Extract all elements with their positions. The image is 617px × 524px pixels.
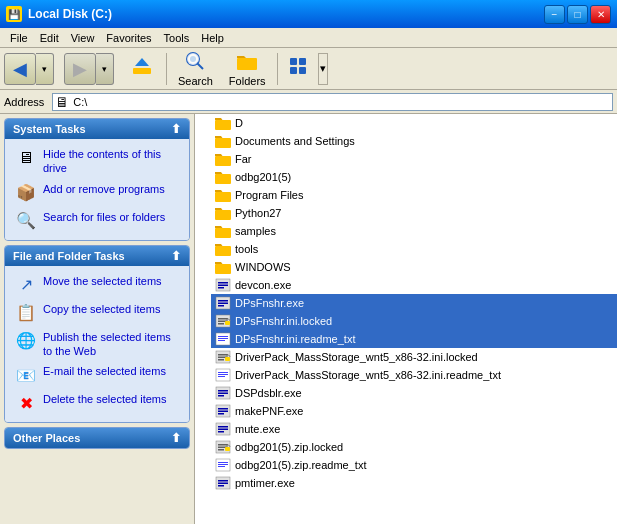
folder-icon [215,259,231,275]
back-button[interactable]: ◀ [4,53,36,85]
svg-marker-1 [135,58,149,66]
back-dropdown[interactable]: ▾ [36,53,54,85]
menu-tools[interactable]: Tools [158,30,196,46]
left-panel: System Tasks ⬆ 🖥 Hide the contents of th… [0,114,195,524]
folder-tasks-title: File and Folder Tasks [13,250,125,262]
folder-tasks-header[interactable]: File and Folder Tasks ⬆ [5,246,189,266]
menu-edit[interactable]: Edit [34,30,65,46]
up-button[interactable] [122,51,162,87]
forward-button[interactable]: ▶ [64,53,96,85]
views-dropdown[interactable]: ▾ [318,53,328,85]
task-search-text: Search for files or folders [43,210,165,224]
views-button[interactable] [282,51,316,87]
list-item[interactable]: DSPdsblr.exe [211,384,617,402]
window-icon: 💾 [6,6,22,22]
other-places-title: Other Places [13,432,80,444]
svg-rect-49 [218,395,224,397]
folder-tasks-section: File and Folder Tasks ⬆ ↗ Move the selec… [4,245,190,424]
other-places-section: Other Places ⬆ [4,427,190,449]
svg-rect-41 [225,357,230,361]
task-delete[interactable]: ✖ Delete the selected items [13,390,181,416]
svg-rect-27 [218,305,224,307]
list-item[interactable]: devcon.exe [211,276,617,294]
other-places-expand-icon: ⬆ [171,431,181,445]
exe-icon [215,295,231,311]
menu-view[interactable]: View [65,30,101,46]
menu-bar: File Edit View Favorites Tools Help [0,28,617,48]
svg-rect-26 [218,303,228,305]
file-name: Python27 [235,207,281,219]
file-name: odbg201(5) [235,171,291,183]
list-item[interactable]: D [211,114,617,132]
list-item[interactable]: tools [211,240,617,258]
list-item[interactable]: DPsFnshr.ini.readme_txt [211,330,617,348]
minimize-button[interactable]: − [544,5,565,24]
svg-rect-6 [237,58,257,70]
task-publish[interactable]: 🌐 Publish the selected items to the Web [13,328,181,361]
forward-dropdown[interactable]: ▾ [96,53,114,85]
folder-tasks-collapse-icon: ⬆ [171,249,181,263]
list-item[interactable]: Program Files [211,186,617,204]
list-item[interactable]: mute.exe [211,420,617,438]
list-item[interactable]: odbg201(5) [211,168,617,186]
close-button[interactable]: ✕ [590,5,611,24]
task-move[interactable]: ↗ Move the selected items [13,272,181,298]
folders-button[interactable]: Folders [222,51,273,87]
list-item[interactable]: Python27 [211,204,617,222]
list-item[interactable]: DriverPack_MassStorage_wnt5_x86-32.ini.l… [211,348,617,366]
svg-rect-64 [218,462,228,463]
list-item[interactable]: DPsFnshr.exe [211,294,617,312]
task-copy[interactable]: 📋 Copy the selected items [13,300,181,326]
folder-icon [215,205,231,221]
system-tasks-collapse-icon: ⬆ [171,122,181,136]
list-item[interactable]: DriverPack_MassStorage_wnt5_x86-32.ini.r… [211,366,617,384]
task-hide-contents[interactable]: 🖥 Hide the contents of this drive [13,145,181,178]
list-item[interactable]: odbg201(5).zip.readme_txt [211,456,617,474]
locked-icon [215,313,231,329]
task-delete-text: Delete the selected items [43,392,167,406]
list-item[interactable]: Documents and Settings [211,132,617,150]
svg-rect-13 [215,156,231,166]
svg-rect-43 [218,372,228,373]
svg-rect-11 [215,120,231,130]
maximize-button[interactable]: □ [567,5,588,24]
task-move-text: Move the selected items [43,274,162,288]
svg-rect-34 [218,336,228,337]
list-item[interactable]: samples [211,222,617,240]
list-item[interactable]: pmtimer.exe [211,474,617,492]
svg-rect-69 [218,483,228,485]
other-places-header[interactable]: Other Places ⬆ [5,428,189,448]
search-button[interactable]: Search [171,51,220,87]
svg-rect-18 [215,246,231,256]
system-tasks-body: 🖥 Hide the contents of this drive 📦 Add … [5,139,189,240]
txt-icon [215,457,231,473]
svg-rect-40 [218,359,224,361]
svg-line-4 [197,63,203,69]
address-input[interactable]: 🖥 C:\ [52,93,613,111]
svg-rect-25 [218,300,228,302]
file-name: DSPdsblr.exe [235,387,302,399]
list-item[interactable]: odbg201(5).zip.locked [211,438,617,456]
svg-rect-66 [218,466,225,467]
file-list: DDocuments and SettingsFarodbg201(5)Prog… [195,114,617,492]
file-name: DPsFnshr.ini.locked [235,315,332,327]
system-tasks-section: System Tasks ⬆ 🖥 Hide the contents of th… [4,118,190,241]
toolbar-separator-1 [166,53,167,85]
list-item[interactable]: WINDOWS [211,258,617,276]
svg-rect-21 [218,282,228,284]
task-add-remove[interactable]: 📦 Add or remove programs [13,180,181,206]
list-item[interactable]: DPsFnshr.ini.locked [211,312,617,330]
task-email[interactable]: 📧 E-mail the selected items [13,362,181,388]
list-item[interactable]: Far [211,150,617,168]
system-tasks-header[interactable]: System Tasks ⬆ [5,119,189,139]
file-name: D [235,117,243,129]
menu-help[interactable]: Help [195,30,230,46]
menu-file[interactable]: File [4,30,34,46]
svg-rect-56 [218,429,228,431]
menu-favorites[interactable]: Favorites [100,30,157,46]
file-name: DPsFnshr.ini.readme_txt [235,333,355,345]
list-item[interactable]: makePNF.exe [211,402,617,420]
folder-icon [215,187,231,203]
task-search[interactable]: 🔍 Search for files or folders [13,208,181,234]
delete-icon: ✖ [15,392,37,414]
